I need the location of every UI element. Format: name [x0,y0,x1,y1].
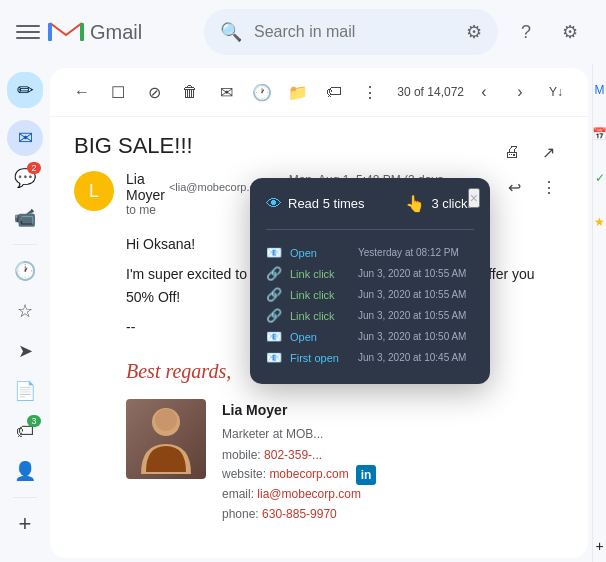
popup-row: 📧 First open Jun 3, 2020 at 10:45 AM [266,347,474,368]
right-panel-add[interactable]: + [595,538,603,554]
sidebar-item-send[interactable]: ➤ [7,333,43,369]
delete-button[interactable]: 🗑 [174,76,206,108]
sidebar-item-video[interactable]: 📹 [7,200,43,236]
signature: Lia Moyer Marketer at MOB... mobile: 802… [126,399,564,524]
spam-button[interactable]: ⊘ [138,76,170,108]
popup-row: 🔗 Link click Jun 3, 2020 at 10:55 AM [266,284,474,305]
row-date: Jun 3, 2020 at 10:50 AM [358,331,466,342]
row-type: Open [290,331,350,343]
popup-row: 🔗 Link click Jun 3, 2020 at 10:55 AM [266,263,474,284]
popup-close-button[interactable]: × [468,188,480,208]
sig-photo [126,399,206,479]
row-icon: 🔗 [266,308,282,323]
mark-button[interactable]: ✉ [210,76,242,108]
tracking-popup: × 👁 Read 5 times 👆 3 clicks 📧 Open Yeste… [250,178,490,384]
svg-rect-1 [80,23,84,41]
star-icon: ☆ [17,300,33,322]
row-date: Yesterday at 08:12 PM [358,247,459,258]
gmail-logo: Gmail [48,19,142,45]
sidebar-item-star[interactable]: ☆ [7,293,43,329]
sidebar: ✏ ✉ 💬 2 📹 🕐 ☆ ➤ 📄 🏷 3 👤 [0,64,50,562]
sidebar-divider-2 [13,497,37,498]
more-email-button[interactable]: ⋮ [534,171,564,203]
sig-info: Lia Moyer Marketer at MOB... mobile: 802… [222,399,376,524]
hamburger-menu[interactable] [16,20,40,44]
row-icon: 📧 [266,329,282,344]
search-icon: 🔍 [220,21,242,43]
sort-button[interactable]: Y↓ [540,76,572,108]
more-button[interactable]: ⋮ [354,76,386,108]
read-count: Read 5 times [288,196,365,211]
linkedin-icon[interactable]: in [356,465,376,485]
page-info: 30 of 14,072 [397,85,464,99]
tag-badge: 3 [27,415,41,427]
email-subject: BIG SALE!!! [74,133,193,159]
add-account-button[interactable]: + [7,506,43,542]
apps-icon[interactable]: ⠿ [594,12,606,52]
sig-website-label: website: [222,468,266,482]
open-new-button[interactable]: ↗ [532,136,564,168]
topbar-icons: ? ⚙ ⠿ O [506,12,606,52]
main-layout: ✏ ✉ 💬 2 📹 🕐 ☆ ➤ 📄 🏷 3 👤 [0,64,606,562]
popup-stats: 👁 Read 5 times 👆 3 clicks [266,194,474,213]
search-bar[interactable]: 🔍 ⚙ [204,9,498,55]
right-panel-icon-4[interactable]: ★ [593,204,607,240]
sig-phone-value: 630-885-9970 [262,507,337,521]
sig-phone: phone: 630-885-9970 [222,505,376,524]
search-tune-icon[interactable]: ⚙ [466,21,482,43]
labels-button[interactable]: 🏷 [318,76,350,108]
sidebar-item-people[interactable]: 👤 [7,453,43,489]
right-panel-icon-1[interactable]: M [593,72,607,108]
sig-name: Lia Moyer [222,399,376,421]
topbar: Gmail 🔍 ⚙ ? ⚙ ⠿ O [0,0,606,64]
right-panel-icon-3[interactable]: ✓ [593,160,607,196]
sig-photo-inner [126,399,206,479]
chat-badge: 2 [27,162,41,174]
sig-mobile-value: 802-359-... [264,448,322,462]
sidebar-item-chat[interactable]: 💬 2 [7,160,43,196]
search-input[interactable] [254,23,454,41]
sidebar-item-draft[interactable]: 📄 [7,373,43,409]
support-icon[interactable]: ? [506,12,546,52]
gmail-wordmark: Gmail [90,21,142,44]
right-panel: M 📅 ✓ ★ + [592,64,606,562]
person-silhouette [141,404,191,474]
row-icon: 🔗 [266,287,282,302]
row-date: Jun 3, 2020 at 10:55 AM [358,268,466,279]
logo-area: Gmail [16,19,196,45]
send-icon: ➤ [18,340,33,362]
archive-button[interactable]: ☐ [102,76,134,108]
popup-divider [266,229,474,230]
back-button[interactable]: ← [66,76,98,108]
click-icon: 👆 [405,194,425,213]
reply-quick-button[interactable]: ↩ [499,171,529,203]
content-toolbar: ← ☐ ⊘ 🗑 ✉ 🕐 📁 🏷 ⋮ 30 of 14,072 ‹ › Y↓ [50,68,588,117]
sidebar-item-clock[interactable]: 🕐 [7,253,43,289]
print-button[interactable]: 🖨 [496,136,528,168]
svg-rect-0 [48,23,52,41]
settings-icon[interactable]: ⚙ [550,12,590,52]
row-icon: 📧 [266,245,282,260]
sig-mobile-label: mobile: [222,448,261,462]
people-icon: 👤 [14,460,36,482]
read-icon: 👁 [266,195,282,213]
row-type: Link click [290,289,350,301]
sig-website: website: mobecorp.com in [222,465,376,485]
draft-icon: 📄 [14,380,36,402]
sig-email: email: lia@mobecorp.com [222,485,376,504]
row-date: Jun 3, 2020 at 10:55 AM [358,289,466,300]
compose-button[interactable]: ✏ [7,72,43,108]
prev-email-button[interactable]: ‹ [468,76,500,108]
video-icon: 📹 [14,207,36,229]
mail-icon: ✉ [18,127,33,149]
popup-rows: 📧 Open Yesterday at 08:12 PM 🔗 Link clic… [266,242,474,368]
content-area: ← ☐ ⊘ 🗑 ✉ 🕐 📁 🏷 ⋮ 30 of 14,072 ‹ › Y↓ BI… [50,68,588,558]
snooze-button[interactable]: 🕐 [246,76,278,108]
sidebar-item-mail[interactable]: ✉ [7,120,43,156]
move-button[interactable]: 📁 [282,76,314,108]
next-email-button[interactable]: › [504,76,536,108]
sender-name: Lia Moyer [126,171,165,203]
sidebar-item-tag[interactable]: 🏷 3 [7,413,43,449]
right-panel-icon-2[interactable]: 📅 [593,116,607,152]
sig-mobile: mobile: 802-359-... [222,446,376,465]
